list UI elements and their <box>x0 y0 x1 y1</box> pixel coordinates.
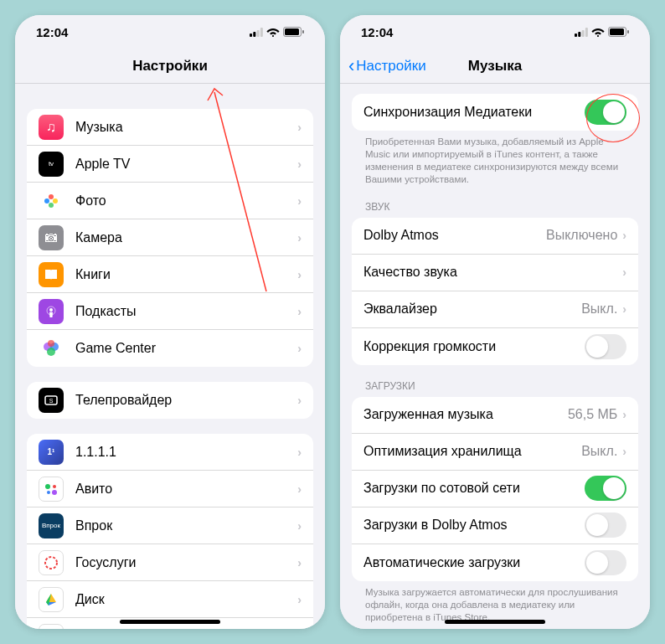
list-tv-provider: SТелепровайдер› <box>27 382 313 419</box>
row-game-center[interactable]: Game Center› <box>27 330 313 367</box>
page-title: Музыка <box>468 58 522 75</box>
row-cellular-downloads[interactable]: Загрузки по сотовой сети <box>352 471 638 507</box>
svg-point-8 <box>53 198 58 204</box>
chevron-right-icon: › <box>622 445 626 458</box>
row-dolby-atmos[interactable]: Dolby AtmosВыключено› <box>352 218 638 255</box>
row-1111[interactable]: 1¹1.1.1.1› <box>27 434 313 471</box>
row-books[interactable]: Книги› <box>27 256 313 293</box>
camera-icon: 📷︎ <box>39 225 64 250</box>
row-value: Выключено <box>546 228 617 243</box>
music-content[interactable]: Синхронизация Медиатеки Приобретенная Ва… <box>340 84 650 629</box>
svg-rect-0 <box>250 33 252 37</box>
svg-rect-6 <box>302 30 304 33</box>
chevron-right-icon: › <box>297 268 302 281</box>
row-label: Документы <box>75 629 297 630</box>
status-bar: 12:04 <box>15 15 325 49</box>
row-photos[interactable]: Фото› <box>27 183 313 219</box>
row-auto-downloads[interactable]: Автоматические загрузки <box>352 544 638 581</box>
row-downloaded-music[interactable]: Загруженная музыка56,5 МБ› <box>352 397 638 434</box>
music-settings-screen: 12:04 ‹Настройки Музыка Синхронизация Ме… <box>340 15 650 629</box>
app-icon-vprok: Впрок <box>39 513 64 538</box>
chevron-right-icon: › <box>297 556 302 569</box>
list-sound: Dolby AtmosВыключено› Качество звука› Эк… <box>352 218 638 365</box>
row-label: Фото <box>75 193 297 209</box>
back-button[interactable]: ‹Настройки <box>348 55 426 77</box>
row-gosuslugi[interactable]: Госуслуги› <box>27 544 313 581</box>
section-header: ЗВУК <box>340 201 650 218</box>
toggle-auto-downloads[interactable] <box>585 550 626 575</box>
nav-bar: ‹Настройки Музыка <box>340 49 650 84</box>
row-sync-library[interactable]: Синхронизация Медиатеки <box>352 94 638 131</box>
row-vprok[interactable]: ВпрокВпрок› <box>27 507 313 544</box>
section-footer: Приобретенная Вами музыка, добавляемый и… <box>340 131 650 186</box>
row-value: 56,5 МБ <box>568 407 617 422</box>
svg-point-11 <box>49 308 53 312</box>
row-label: Подкасты <box>75 304 297 319</box>
settings-content[interactable]: ♫Музыка› tvApple TV› Фото› 📷︎Камера› Кни… <box>15 84 325 629</box>
row-dolby-atmos-downloads[interactable]: Загрузки в Dolby Atmos <box>352 507 638 544</box>
section-third-party-apps: 1¹1.1.1.1› Авито› ВпрокВпрок› Госуслуги›… <box>15 434 325 629</box>
chevron-right-icon: › <box>622 229 626 242</box>
section-footer: Музыка загружается автоматически для про… <box>340 581 650 624</box>
svg-rect-2 <box>257 30 260 37</box>
row-label: Синхронизация Медиатеки <box>363 105 585 120</box>
toggle-sound-check[interactable] <box>585 334 626 359</box>
row-sound-check[interactable]: Коррекция громкости <box>352 328 638 365</box>
battery-icon <box>608 27 629 37</box>
nav-bar: Настройки <box>15 49 325 84</box>
row-camera[interactable]: 📷︎Камера› <box>27 219 313 256</box>
row-label: Книги <box>75 267 297 282</box>
toggle-sync-library[interactable] <box>585 100 626 125</box>
app-icon-documents <box>39 624 64 630</box>
row-apple-tv[interactable]: tvApple TV› <box>27 146 313 183</box>
chevron-right-icon: › <box>297 194 302 208</box>
svg-point-20 <box>53 485 56 488</box>
row-label: Качество звука <box>363 265 622 280</box>
chevron-right-icon: › <box>297 446 302 459</box>
toggle-cellular-downloads[interactable] <box>585 476 626 501</box>
status-bar: 12:04 <box>340 15 650 49</box>
list-third-party-apps: 1¹1.1.1.1› Авито› ВпрокВпрок› Госуслуги›… <box>27 434 313 629</box>
list-apple-apps: ♫Музыка› tvApple TV› Фото› 📷︎Камера› Кни… <box>27 109 313 367</box>
row-value: Выкл. <box>581 301 617 317</box>
app-icon-disk <box>39 587 64 612</box>
list-sync: Синхронизация Медиатеки <box>352 94 638 131</box>
row-label: Госуслуги <box>75 555 297 570</box>
home-indicator[interactable] <box>445 620 545 624</box>
row-label: Диск <box>75 592 297 607</box>
row-music[interactable]: ♫Музыка› <box>27 109 313 146</box>
chevron-left-icon: ‹ <box>348 55 354 77</box>
row-avito[interactable]: Авито› <box>27 471 313 507</box>
back-label: Настройки <box>356 58 425 75</box>
section-sync: Синхронизация Медиатеки Приобретенная Ва… <box>340 94 650 186</box>
podcasts-icon <box>39 299 64 324</box>
svg-rect-33 <box>582 30 585 37</box>
row-label: Музыка <box>75 120 297 135</box>
svg-point-21 <box>47 491 50 494</box>
svg-point-10 <box>44 198 49 204</box>
row-podcasts[interactable]: Подкасты› <box>27 293 313 330</box>
row-tv-provider[interactable]: SТелепровайдер› <box>27 382 313 419</box>
svg-rect-37 <box>627 30 629 33</box>
row-label: Dolby Atmos <box>363 228 546 243</box>
home-indicator[interactable] <box>120 620 220 624</box>
row-audio-quality[interactable]: Качество звука› <box>352 255 638 291</box>
row-label: Эквалайзер <box>363 301 581 317</box>
signal-icon <box>575 28 588 37</box>
svg-rect-32 <box>578 32 580 37</box>
row-equalizer[interactable]: ЭквалайзерВыкл.› <box>352 291 638 328</box>
row-label: Apple TV <box>75 157 297 172</box>
settings-screen: 12:04 Настройки ♫Музыка› tvApple TV› Фот… <box>15 15 325 629</box>
svg-text:S: S <box>49 398 54 404</box>
row-label: Камера <box>75 230 297 245</box>
toggle-dolby-atmos-downloads[interactable] <box>585 513 626 538</box>
chevron-right-icon: › <box>297 121 302 134</box>
row-disk[interactable]: Диск› <box>27 581 313 618</box>
svg-point-16 <box>48 340 54 347</box>
svg-rect-36 <box>610 28 624 35</box>
row-label: Авито <box>75 482 297 497</box>
chevron-right-icon: › <box>297 519 302 533</box>
status-time: 12:04 <box>361 25 393 39</box>
row-optimize-storage[interactable]: Оптимизация хранилищаВыкл.› <box>352 434 638 471</box>
status-icons <box>575 27 629 37</box>
